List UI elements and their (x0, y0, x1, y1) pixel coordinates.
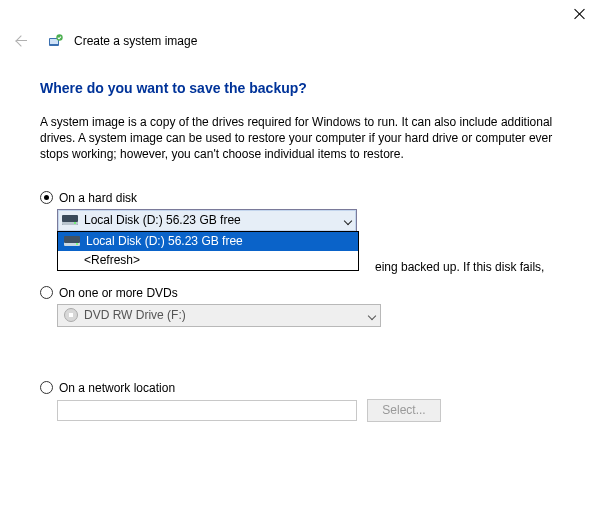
page-description: A system image is a copy of the drives r… (40, 114, 560, 163)
option-hard-disk[interactable]: On a hard disk (40, 191, 560, 205)
back-arrow-icon[interactable] (14, 32, 32, 50)
wizard-header: Create a system image (0, 0, 600, 50)
hard-disk-selected-text: Local Disk (D:) 56.23 GB free (84, 213, 241, 227)
dropdown-item-refresh[interactable]: <Refresh> (58, 251, 358, 270)
close-icon[interactable] (570, 4, 590, 24)
chevron-down-icon (344, 216, 352, 224)
dropdown-item-local-disk-d[interactable]: Local Disk (D:) 56.23 GB free (58, 232, 358, 251)
dvd-selected-text: DVD RW Drive (F:) (84, 308, 186, 322)
option-hard-disk-label: On a hard disk (59, 191, 137, 205)
hard-disk-warning-fragment: eing backed up. If this disk fails, (375, 260, 544, 274)
chevron-down-icon (368, 311, 376, 319)
network-path-input[interactable] (57, 400, 357, 421)
option-network[interactable]: On a network location (40, 381, 560, 395)
window-title: Create a system image (74, 34, 197, 48)
page-heading: Where do you want to save the backup? (40, 80, 560, 96)
hdd-icon (64, 236, 80, 246)
dvd-combobox[interactable]: DVD RW Drive (F:) (57, 304, 381, 327)
radio-dvd[interactable] (40, 286, 53, 299)
hdd-icon (62, 215, 78, 225)
dropdown-item-label: Local Disk (D:) 56.23 GB free (86, 234, 243, 248)
dropdown-refresh-label: <Refresh> (84, 253, 140, 267)
option-network-label: On a network location (59, 381, 175, 395)
radio-network[interactable] (40, 381, 53, 394)
hard-disk-combobox[interactable]: Local Disk (D:) 56.23 GB free (57, 209, 357, 232)
svg-rect-1 (50, 39, 58, 44)
option-dvd[interactable]: On one or more DVDs (40, 286, 560, 300)
system-image-icon (48, 33, 64, 49)
radio-hard-disk[interactable] (40, 191, 53, 204)
dvd-icon (64, 308, 78, 322)
hard-disk-dropdown: Local Disk (D:) 56.23 GB free <Refresh> (57, 231, 359, 271)
option-dvd-label: On one or more DVDs (59, 286, 178, 300)
select-network-button: Select... (367, 399, 441, 422)
